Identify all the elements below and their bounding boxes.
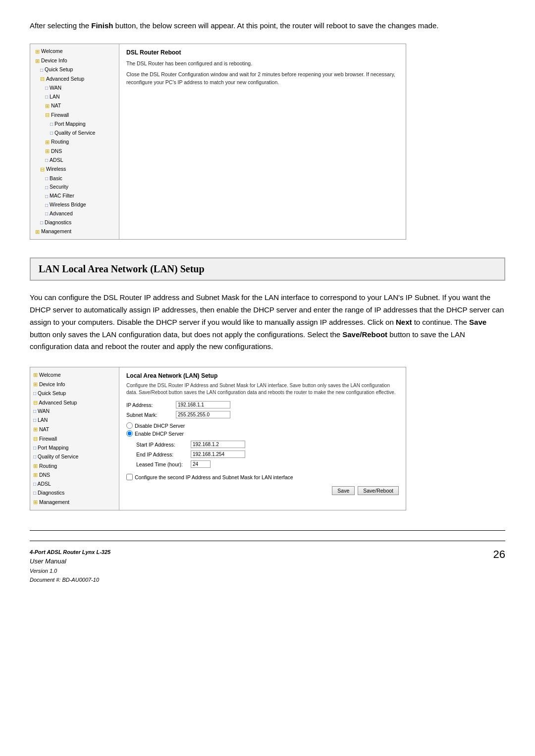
sidebar-label: MAC Filter [50, 192, 74, 201]
sidebar-item-qos[interactable]: □ Quality of Service [33, 129, 116, 138]
lan-section-header: LAN Local Area Network (LAN) Setup [30, 257, 505, 281]
lan-sidebar-item-management[interactable]: ⊞ Management [33, 498, 116, 507]
folder-open-icon: ⊟ [45, 110, 50, 120]
sidebar-item-portmapping[interactable]: □ Port Mapping [33, 120, 116, 129]
lan-sidebar-item-lan[interactable]: □ LAN [33, 416, 116, 425]
sidebar-label: Port Mapping [54, 120, 85, 129]
folder-icon: ⊞ [33, 499, 38, 505]
lan-sidebar-item-advancedsetup[interactable]: ⊟ Advanced Setup [33, 398, 116, 407]
subnet-label: Subnet Mark: [126, 412, 176, 418]
sidebar-label: Routing [51, 138, 69, 147]
sidebar-item-adsl[interactable]: □ ADSL [33, 156, 116, 165]
sidebar-item-firewall[interactable]: ⊟ Firewall [33, 110, 116, 120]
sidebar-label: Firewall [39, 436, 57, 442]
disable-dhcp-option[interactable]: Disable DHCP Server [126, 422, 399, 429]
sidebar-item-routing[interactable]: ⊞ Routing [33, 138, 116, 147]
lan-sidebar-item-diagnostics[interactable]: □ Diagnostics [33, 489, 116, 498]
reboot-title: DSL Router Reboot [126, 49, 399, 56]
page-number: 26 [493, 548, 505, 561]
sidebar-label: NAT [51, 101, 61, 110]
page-icon: □ [45, 192, 48, 201]
save-reboot-button[interactable]: Save/Reboot [358, 486, 399, 495]
enable-dhcp-radio[interactable] [126, 430, 133, 437]
page-icon: □ [40, 218, 43, 227]
lan-sidebar-item-routing[interactable]: ⊞ Routing [33, 461, 116, 471]
lease-time-row: Leased Time (hour): [136, 460, 399, 468]
user-manual: User Manual [30, 556, 110, 567]
lan-sidebar-item-deviceinfo[interactable]: ⊞ Device Info [33, 380, 116, 389]
start-ip-label: Start IP Address: [136, 442, 191, 448]
reboot-line1: The DSL Router has been configured and i… [126, 60, 399, 68]
lan-sidebar-item-quicksetup[interactable]: □ Quick Setup [33, 389, 116, 398]
enable-dhcp-option[interactable]: Enable DHCP Server [126, 430, 399, 437]
sidebar-item-quicksetup[interactable]: □ Quick Setup [33, 65, 116, 74]
folder-icon: ⊞ [33, 472, 38, 478]
folder-open-icon: ⊟ [33, 400, 38, 405]
end-ip-row: End IP Address: [136, 451, 399, 458]
folder-open-icon: ⊟ [40, 74, 45, 84]
footer-left: 4-Port ADSL Router Lynx L-325 User Manua… [30, 548, 110, 585]
reboot-content: DSL Router Reboot The DSL Router has bee… [119, 44, 406, 239]
sidebar-label: Advanced Setup [39, 400, 77, 405]
folder-icon: ⊞ [45, 101, 50, 111]
start-ip-input[interactable] [191, 441, 245, 448]
sidebar-item-deviceinfo[interactable]: ⊞ Device Info [33, 56, 116, 66]
lan-sidebar-item-firewall[interactable]: ⊟ Firewall [33, 434, 116, 444]
disable-dhcp-label: Disable DHCP Server [135, 423, 185, 429]
folder-icon: ⊞ [45, 147, 50, 156]
lan-sidebar-item-qos[interactable]: □ Quality of Service [33, 453, 116, 461]
sidebar-item-basic[interactable]: □ Basic [33, 174, 116, 183]
lan-body-text: You can configure the DSL Router IP addr… [30, 292, 505, 353]
version: Version 1.0 [30, 567, 110, 576]
intro-paragraph: After selecting the Finish button, the b… [30, 20, 505, 32]
page-icon: □ [33, 481, 36, 487]
sidebar-item-advanced[interactable]: □ Advanced [33, 209, 116, 218]
sidebar-item-lan[interactable]: □ LAN [33, 93, 116, 101]
sidebar-item-management[interactable]: ⊞ Management [33, 227, 116, 237]
folder-icon: ⊞ [35, 56, 40, 66]
sidebar-label: Firewall [51, 111, 69, 120]
footer-bottom: 4-Port ADSL Router Lynx L-325 User Manua… [30, 548, 505, 585]
end-ip-input[interactable] [191, 451, 245, 458]
page-icon: □ [33, 408, 36, 414]
lease-input[interactable] [191, 460, 211, 468]
sidebar-item-welcome[interactable]: ⊞ Welcome [33, 47, 116, 56]
folder-icon: ⊞ [33, 372, 38, 378]
subnet-input[interactable] [176, 411, 230, 418]
body-bold-save: Save [469, 318, 486, 326]
sidebar-label: Quick Setup [38, 390, 66, 396]
sidebar-item-advancedsetup[interactable]: ⊟ Advanced Setup [33, 74, 116, 84]
body-text-p3: button only saves the LAN configuration … [30, 330, 342, 339]
dhcp-radio-group: Disable DHCP Server Enable DHCP Server [126, 422, 399, 437]
sidebar-item-dns[interactable]: ⊞ DNS [33, 147, 116, 156]
disable-dhcp-radio[interactable] [126, 422, 133, 429]
second-ip-checkbox[interactable] [126, 474, 133, 480]
ip-address-row: IP Address: [126, 401, 399, 408]
page-icon: □ [45, 84, 48, 92]
sidebar-label: Management [41, 227, 71, 236]
lan-sidebar: ⊞ Welcome ⊞ Device Info □ Quick Setup ⊟ … [30, 367, 119, 510]
lan-sidebar-item-adsl[interactable]: □ ADSL [33, 480, 116, 489]
sidebar-label: Quality of Service [38, 454, 78, 459]
lan-sidebar-item-nat[interactable]: ⊞ NAT [33, 425, 116, 434]
sidebar-item-wan[interactable]: □ WAN [33, 84, 116, 93]
save-button[interactable]: Save [332, 486, 355, 495]
page-icon: □ [33, 454, 36, 459]
sidebar-item-wirelessbridge[interactable]: □ Wireless Bridge [33, 201, 116, 209]
end-ip-label: End IP Address: [136, 452, 191, 457]
sidebar-item-security[interactable]: □ Security [33, 183, 116, 192]
lan-sidebar-item-dns[interactable]: ⊞ DNS [33, 470, 116, 480]
sidebar-item-diagnostics[interactable]: □ Diagnostics [33, 218, 116, 227]
sidebar-item-wireless[interactable]: ⊟ Wireless [33, 165, 116, 174]
lan-sidebar-item-wan[interactable]: □ WAN [33, 407, 116, 416]
page-icon: □ [45, 201, 48, 209]
sidebar-label: DNS [39, 472, 50, 478]
sidebar-item-nat[interactable]: ⊞ NAT [33, 101, 116, 111]
lan-sidebar-item-welcome[interactable]: ⊞ Welcome [33, 370, 116, 380]
ip-input[interactable] [176, 401, 230, 408]
sidebar-label: WAN [50, 84, 61, 93]
sidebar-item-macfilter[interactable]: □ MAC Filter [33, 192, 116, 201]
lan-sidebar-item-portmapping[interactable]: □ Port Mapping [33, 444, 116, 453]
folder-icon: ⊞ [45, 138, 50, 147]
subnet-row: Subnet Mark: [126, 411, 399, 418]
